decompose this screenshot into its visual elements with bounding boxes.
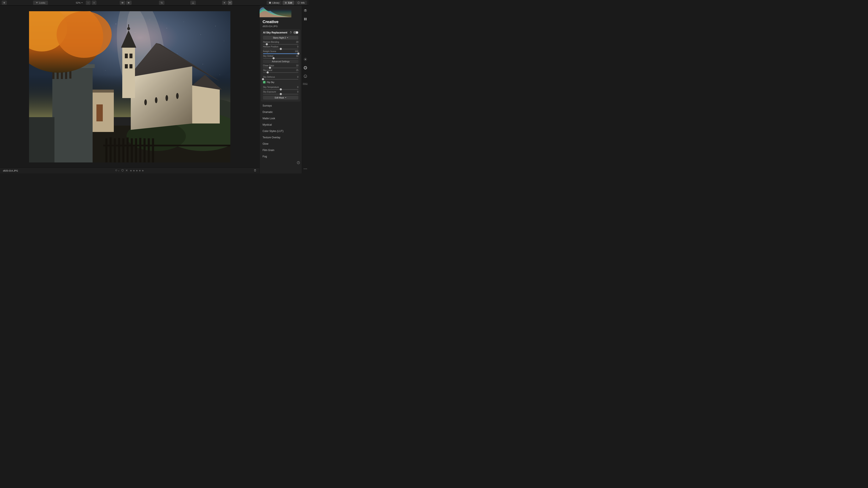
sky-temperature-slider[interactable]: Sky Temperature0 [263,86,299,90]
zoom-out-button[interactable]: − [86,1,91,5]
more-button[interactable] [303,167,308,171]
svg-rect-70 [125,54,128,58]
advanced-settings-header[interactable]: Advanced Settings [263,60,299,63]
compare-icon [128,1,130,4]
sky-global-slider[interactable]: Sky Global30 [263,55,299,59]
svg-rect-86 [144,138,146,162]
edit-mask-button[interactable]: Edit Mask [263,96,299,100]
canvas-button[interactable] [303,17,308,21]
edit-tab[interactable]: Edit [282,1,294,5]
svg-point-103 [305,67,305,68]
x-icon [126,169,128,171]
library-tab[interactable]: Library [267,1,282,5]
filter-item[interactable]: Glow [259,141,302,147]
reset-button[interactable] [289,31,292,34]
filter-item[interactable]: Texture Overlay [259,134,302,141]
add-button[interactable] [2,1,7,5]
svg-point-113 [116,170,117,171]
svg-point-93 [305,59,306,60]
histogram[interactable] [259,5,291,18]
svg-rect-66 [122,47,135,98]
sky-defocus-slider[interactable]: Sky Defocus0 [263,76,299,79]
svg-rect-6 [224,2,225,3]
svg-point-106 [306,68,306,68]
svg-point-2 [37,2,38,2]
image-preview[interactable] [29,11,230,162]
zoom-level[interactable]: 52% [74,1,85,5]
rating-stars[interactable]: ★★★★★ [130,169,145,172]
looks-icon [36,1,38,4]
portrait-button[interactable] [303,74,308,78]
filter-item[interactable]: Color Styles (LUT) [259,128,302,134]
info-tab[interactable]: Info [295,1,307,5]
svg-rect-79 [114,138,116,162]
svg-point-102 [304,66,307,69]
filter-item[interactable]: Dramatic [259,109,302,115]
pro-button[interactable]: PRO [303,83,308,85]
filter-item[interactable]: Mystical [259,122,302,128]
svg-rect-72 [125,64,128,68]
delete-button[interactable] [254,169,256,172]
svg-rect-73 [129,64,132,68]
chevron-down-icon [287,37,288,38]
svg-point-64 [165,95,168,101]
canvas-area [0,5,259,167]
filter-item[interactable]: Fog [259,153,302,160]
svg-point-105 [305,68,305,68]
looks-button[interactable]: Looks [33,1,48,5]
sliders-icon [285,1,287,4]
svg-point-63 [155,97,157,103]
sky-local-slider[interactable]: Sky Local25 [263,69,299,73]
svg-rect-54 [93,92,114,132]
svg-point-104 [306,67,306,68]
layers-button[interactable] [303,8,308,13]
svg-point-62 [144,99,147,105]
single-view-button[interactable] [227,1,232,5]
close-gaps-slider[interactable]: Close Gaps10 [263,64,299,68]
filter-item[interactable]: Matte Look [259,115,302,122]
grid-icon [224,1,225,4]
section-toggle[interactable] [293,31,299,34]
svg-point-108 [305,76,305,76]
svg-rect-5 [224,2,224,3]
sky-preset-dropdown[interactable]: Starry Night 2 [263,36,299,40]
crop-button[interactable] [159,1,164,5]
panel-title: Creative [259,18,302,25]
history-button[interactable] [297,161,300,165]
chevron-down-icon [118,170,120,171]
filter-item[interactable]: Film Grain [259,147,302,153]
trash-icon [254,169,256,172]
reject-button[interactable] [126,169,128,172]
flip-sky-checkbox[interactable]: ✓ Flip Sky [263,81,299,84]
svg-point-24 [166,28,167,28]
svg-point-76 [57,11,112,58]
chevron-down-icon [285,97,286,98]
relight-scene-slider[interactable]: Relight Scene100 [263,50,299,54]
favorite-button[interactable] [121,169,124,172]
info-icon [297,1,300,4]
svg-rect-48 [29,117,55,162]
sky-exposure-slider[interactable]: Sky Exposure0 [263,91,299,94]
svg-point-35 [203,64,203,64]
svg-marker-60 [192,85,220,124]
svg-point-1 [36,2,37,2]
horizon-position-slider[interactable]: Horizon Position0 [263,45,299,50]
essentials-button[interactable] [303,57,308,61]
preview-toggle-button[interactable] [120,1,125,5]
svg-point-111 [305,169,306,169]
filter-list: SunraysDramaticMatte LookMysticalColor S… [259,102,302,160]
single-icon [229,2,230,4]
right-panel: Creative d920-014.JPG AI Sky Replacement… [259,5,302,173]
horizon-blending-slider[interactable]: Horizon Blending20 [263,41,299,45]
svg-rect-8 [224,3,225,3]
grid-view-button[interactable] [222,1,227,5]
compare-button[interactable] [126,1,132,5]
chevron-down-icon [81,2,83,4]
tool-icon-strip: PRO [302,5,309,173]
svg-rect-80 [118,138,120,162]
zoom-in-button[interactable]: + [92,1,96,5]
creative-button[interactable] [303,66,308,70]
export-button[interactable] [190,1,196,5]
color-label-button[interactable] [115,169,119,172]
filter-item[interactable]: Sunrays [259,102,302,109]
